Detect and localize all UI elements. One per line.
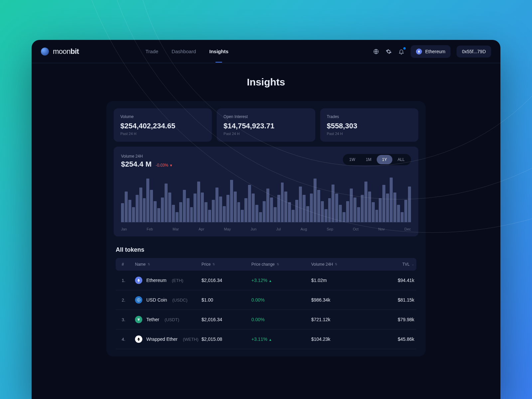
token-row[interactable]: 4. Wrapped Ether (WETH) $2,015.08 +3.11%…	[116, 330, 416, 349]
up-triangle-icon: ▲	[269, 338, 272, 341]
chart-bar	[121, 203, 124, 222]
chart-bar	[197, 182, 200, 222]
chart-bar	[168, 193, 171, 222]
column-volume[interactable]: Volume 24H⇅	[311, 262, 371, 267]
chart-bar	[204, 202, 207, 222]
token-price: $2,015.08	[201, 336, 251, 342]
chart-bar	[255, 205, 258, 222]
token-volume: $1.02m	[311, 278, 371, 283]
weth-icon	[135, 335, 142, 343]
row-number: 2.	[122, 298, 135, 303]
stat-value: $558,303	[327, 122, 412, 130]
nav-tab-trade[interactable]: Trade	[145, 41, 158, 62]
chart-bar	[361, 195, 364, 222]
token-symbol: (USDC)	[172, 298, 188, 303]
token-row[interactable]: 3. Tether (USDT) $2,016.34 0.00% $721.12…	[116, 310, 416, 330]
app-window: moonbit TradeDashboardInsights Ethereum	[32, 40, 500, 399]
range-selector: 1W1M1YALL	[343, 154, 411, 165]
chart-bar	[317, 190, 320, 222]
stat-card: Trades $558,303 Past 24 H	[320, 108, 418, 142]
chart-bar	[244, 198, 247, 222]
chart-bar	[397, 205, 400, 222]
chart-bar	[379, 198, 382, 222]
insights-panel: Volume $254,402,234.65 Past 24 H Open In…	[106, 101, 426, 356]
chart-bar	[150, 190, 153, 222]
chart-bar	[375, 210, 378, 222]
token-row[interactable]: 2. $ USD Coin (USDC) $1.00 0.00% $986.34…	[116, 290, 416, 310]
sort-icon: ⇅	[148, 263, 150, 266]
column-name[interactable]: Name⇅	[135, 262, 201, 267]
token-symbol: (USDT)	[165, 317, 179, 322]
x-axis-tick: Sep	[327, 227, 333, 231]
ethereum-icon	[416, 49, 422, 55]
chart-bar	[146, 179, 149, 222]
token-name-cell: Tether (USDT)	[135, 316, 201, 323]
page-title: Insights	[32, 76, 500, 88]
sort-icon: ⇅	[335, 263, 337, 266]
column-change[interactable]: Price change⇅	[251, 262, 311, 267]
token-name-cell: Ethereum (ETH)	[135, 277, 201, 284]
chart-bar	[157, 208, 160, 222]
chart-bar	[172, 205, 175, 222]
column-price[interactable]: Price⇅	[201, 262, 251, 267]
x-axis-tick: Jul	[276, 227, 281, 231]
chart-bar	[263, 201, 266, 222]
globe-icon[interactable]	[373, 48, 379, 55]
chart-bar	[183, 190, 186, 222]
chart-bar	[306, 206, 309, 222]
stat-value: $254,402,234.65	[120, 122, 205, 130]
chart-bar	[284, 192, 287, 222]
column-tvl[interactable]: TVL ⌄	[371, 262, 414, 267]
stat-subtitle: Past 24 H	[223, 132, 308, 136]
chart-bar	[266, 189, 269, 222]
volume-chart-card: Volume 24H $254.4 M -0.03% ▼ 1W1M1YALL J…	[114, 147, 418, 236]
chart-bar	[194, 194, 197, 222]
chart-bar	[299, 187, 302, 222]
token-tvl: $81.15k	[371, 297, 414, 303]
chart-bar	[179, 202, 182, 222]
chart-bar	[132, 207, 135, 222]
chart-bar	[364, 182, 367, 222]
token-row[interactable]: 1. Ethereum (ETH) $2,016.34 +3.12%▲ $1.0…	[116, 271, 416, 290]
stats-row: Volume $254,402,234.65 Past 24 H Open In…	[114, 108, 418, 142]
stat-label: Volume	[120, 114, 205, 119]
nav-tab-dashboard[interactable]: Dashboard	[172, 41, 196, 62]
chart-bar	[154, 201, 157, 222]
logo[interactable]: moonbit	[41, 47, 79, 56]
chart-change: -0.03% ▼	[156, 163, 173, 168]
range-button-1y[interactable]: 1Y	[377, 155, 392, 164]
chart-bar	[223, 206, 226, 222]
up-triangle-icon: ▲	[269, 279, 272, 283]
network-selector-button[interactable]: Ethereum	[411, 45, 451, 58]
topbar: moonbit TradeDashboardInsights Ethereum	[32, 40, 500, 63]
nav-tab-insights[interactable]: Insights	[209, 41, 228, 62]
chart-bar	[219, 197, 222, 222]
range-button-1w[interactable]: 1W	[344, 155, 360, 164]
chart-bar	[274, 207, 277, 222]
range-button-all[interactable]: ALL	[392, 155, 410, 164]
column-number[interactable]: #	[122, 262, 135, 267]
chart-bar	[342, 212, 345, 222]
chart-bars	[121, 173, 411, 222]
chart-bar	[288, 202, 291, 222]
wallet-button[interactable]: 0x55f...79D	[457, 46, 491, 58]
x-axis-tick: Feb	[147, 227, 153, 231]
chart-bar	[212, 200, 215, 222]
bell-icon[interactable]	[398, 48, 405, 55]
token-name: Wrapped Ether	[146, 336, 178, 342]
range-button-1m[interactable]: 1M	[360, 155, 377, 164]
gear-icon[interactable]	[385, 48, 392, 55]
chart-bar	[270, 198, 273, 222]
chart-bar	[350, 189, 353, 222]
chart-bar	[143, 198, 146, 222]
token-symbol: (ETH)	[172, 278, 184, 283]
chart-bar	[187, 198, 190, 222]
chart-bar	[292, 210, 295, 222]
chart-bar	[237, 202, 240, 222]
chart-bar	[136, 195, 139, 222]
logo-orb-icon	[41, 48, 49, 56]
chart-bar	[332, 185, 334, 222]
topbar-right: Ethereum 0x55f...79D	[373, 45, 491, 58]
stat-subtitle: Past 24 H	[120, 132, 205, 136]
chart-bar	[357, 207, 360, 222]
